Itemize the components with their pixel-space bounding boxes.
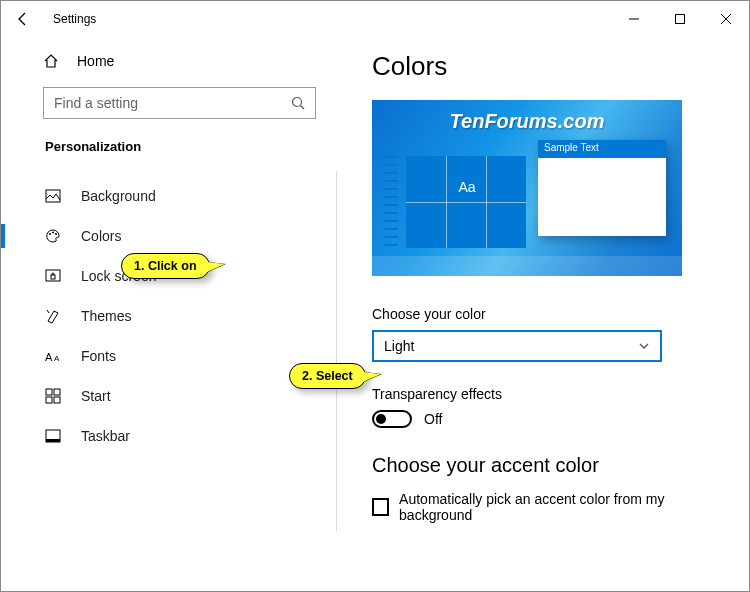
sidebar-nav: Background Colors Lock screen Themes AA …	[1, 176, 316, 456]
fonts-icon: AA	[45, 349, 63, 363]
chevron-down-icon	[638, 340, 650, 352]
themes-icon	[45, 308, 63, 324]
choose-color-dropdown[interactable]: Light	[372, 330, 662, 362]
title-bar: Settings	[1, 1, 749, 37]
preview-ruler	[384, 156, 398, 248]
preview-taskbar	[372, 256, 682, 276]
sidebar-item-fonts[interactable]: AA Fonts	[1, 336, 316, 376]
svg-point-1	[293, 98, 302, 107]
watermark-text: TenForums.com	[372, 110, 682, 133]
preview-sample-text: Sample Text	[544, 142, 599, 153]
auto-accent-checkbox[interactable]	[372, 498, 389, 516]
auto-accent-label: Automatically pick an accent color from …	[399, 491, 719, 523]
sidebar-item-label: Taskbar	[81, 428, 130, 444]
close-button[interactable]	[703, 3, 749, 35]
sidebar-item-colors[interactable]: Colors	[1, 216, 316, 256]
sidebar-item-themes[interactable]: Themes	[1, 296, 316, 336]
start-icon	[45, 388, 63, 404]
svg-rect-11	[54, 389, 60, 395]
search-placeholder: Find a setting	[54, 95, 138, 111]
annotation-callout-1: 1. Click on	[121, 253, 210, 279]
sidebar-item-label: Background	[81, 188, 156, 204]
sidebar-item-label: Colors	[81, 228, 121, 244]
sidebar-item-start[interactable]: Start	[1, 376, 316, 416]
preview-window: Sample Text	[538, 140, 666, 236]
svg-rect-15	[46, 439, 60, 442]
transparency-value: Off	[424, 411, 442, 427]
sidebar-item-taskbar[interactable]: Taskbar	[1, 416, 316, 456]
preview-aa-tile: Aa	[450, 170, 484, 204]
window-title: Settings	[53, 12, 96, 26]
choose-color-label: Choose your color	[372, 306, 719, 322]
home-icon	[43, 53, 59, 69]
window-controls	[611, 3, 749, 35]
svg-rect-13	[54, 397, 60, 403]
color-preview-thumbnail: TenForums.com Aa Sample Text	[372, 100, 682, 276]
choose-color-value: Light	[384, 338, 414, 354]
sidebar-item-label: Fonts	[81, 348, 116, 364]
svg-point-4	[52, 232, 54, 234]
transparency-toggle[interactable]	[372, 410, 412, 428]
svg-point-3	[49, 233, 51, 235]
palette-icon	[45, 228, 63, 244]
home-label: Home	[77, 53, 114, 69]
sidebar: Home Find a setting Personalization Back…	[1, 37, 336, 591]
accent-color-title: Choose your accent color	[372, 454, 719, 477]
search-input[interactable]: Find a setting	[43, 87, 316, 119]
svg-point-5	[55, 233, 57, 235]
lock-screen-icon	[45, 268, 63, 284]
sidebar-item-background[interactable]: Background	[1, 176, 316, 216]
taskbar-icon	[45, 428, 63, 444]
transparency-label: Transparency effects	[372, 386, 719, 402]
svg-rect-7	[51, 275, 55, 279]
svg-rect-10	[46, 389, 52, 395]
sidebar-home[interactable]: Home	[43, 53, 316, 69]
svg-text:A: A	[45, 351, 53, 363]
back-button[interactable]	[15, 11, 39, 27]
svg-rect-12	[46, 397, 52, 403]
search-icon	[291, 96, 305, 110]
minimize-button[interactable]	[611, 3, 657, 35]
sidebar-category: Personalization	[45, 139, 316, 154]
sidebar-item-label: Start	[81, 388, 111, 404]
vertical-divider	[336, 171, 337, 531]
annotation-callout-2: 2. Select	[289, 363, 366, 389]
toggle-knob	[376, 414, 386, 424]
maximize-button[interactable]	[657, 3, 703, 35]
svg-rect-0	[676, 15, 685, 24]
sidebar-item-label: Themes	[81, 308, 132, 324]
picture-icon	[45, 188, 63, 204]
svg-text:A: A	[54, 354, 60, 363]
page-title: Colors	[372, 51, 719, 82]
main-content: Colors TenForums.com Aa Sample Text Choo…	[336, 37, 749, 591]
